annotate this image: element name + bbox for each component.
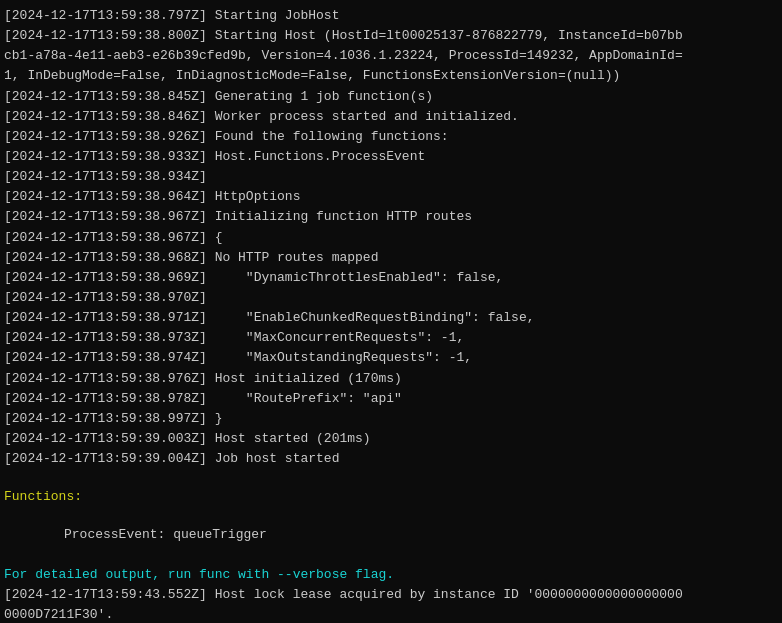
log-line-8: [2024-12-17T13:59:38.933Z] Host.Function… (4, 147, 778, 167)
log-line-2: [2024-12-17T13:59:38.800Z] Starting Host… (4, 26, 778, 46)
log-line-5: [2024-12-17T13:59:38.845Z] Generating 1 … (4, 87, 778, 107)
log-line-4: 1, InDebugMode=False, InDiagnosticMode=F… (4, 66, 778, 86)
functions-label: Functions: (4, 489, 778, 504)
log-line-6: [2024-12-17T13:59:38.846Z] Worker proces… (4, 107, 778, 127)
log-line-15: [2024-12-17T13:59:38.970Z] (4, 288, 778, 308)
log-line-1: [2024-12-17T13:59:38.797Z] Starting JobH… (4, 6, 778, 26)
lock-line-1: [2024-12-17T13:59:43.552Z] Host lock lea… (4, 585, 778, 605)
log-line-21: [2024-12-17T13:59:38.997Z] } (4, 409, 778, 429)
lock-line-2: 0000D7211F30'. (4, 605, 778, 623)
log-line-14: [2024-12-17T13:59:38.969Z] "DynamicThrot… (4, 268, 778, 288)
function-entry: ProcessEvent: queueTrigger (4, 525, 778, 545)
verbose-hint: For detailed output, run func with --ver… (4, 565, 778, 585)
log-line-23: [2024-12-17T13:59:39.004Z] Job host star… (4, 449, 778, 469)
terminal-window: [2024-12-17T13:59:38.797Z] Starting JobH… (0, 0, 782, 623)
log-line-9: [2024-12-17T13:59:38.934Z] (4, 167, 778, 187)
log-line-10: [2024-12-17T13:59:38.964Z] HttpOptions (4, 187, 778, 207)
log-line-20: [2024-12-17T13:59:38.978Z] "RoutePrefix"… (4, 389, 778, 409)
log-line-7: [2024-12-17T13:59:38.926Z] Found the fol… (4, 127, 778, 147)
log-line-12: [2024-12-17T13:59:38.967Z] { (4, 228, 778, 248)
log-line-3: cb1-a78a-4e11-aeb3-e26b39cfed9b, Version… (4, 46, 778, 66)
log-line-11: [2024-12-17T13:59:38.967Z] Initializing … (4, 207, 778, 227)
log-line-17: [2024-12-17T13:59:38.973Z] "MaxConcurren… (4, 328, 778, 348)
log-line-18: [2024-12-17T13:59:38.974Z] "MaxOutstandi… (4, 348, 778, 368)
log-line-16: [2024-12-17T13:59:38.971Z] "EnableChunke… (4, 308, 778, 328)
log-line-13: [2024-12-17T13:59:38.968Z] No HTTP route… (4, 248, 778, 268)
log-line-22: [2024-12-17T13:59:39.003Z] Host started … (4, 429, 778, 449)
log-line-19: [2024-12-17T13:59:38.976Z] Host initiali… (4, 369, 778, 389)
